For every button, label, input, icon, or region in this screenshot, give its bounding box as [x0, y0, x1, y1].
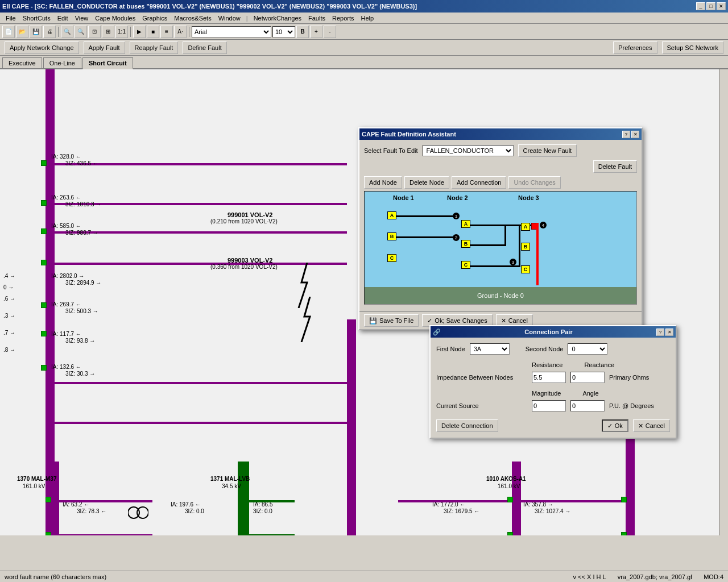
transformer-1: [128, 506, 148, 519]
bus-1010-kv: 161.0 kV: [498, 483, 520, 489]
status-coords: v << X I H L: [573, 573, 606, 580]
minimize-button[interactable]: _: [696, 2, 705, 10]
apply-fault-button[interactable]: Apply Fault: [84, 41, 125, 54]
second-node-label: Second Node: [526, 346, 564, 352]
new-button[interactable]: 📄: [2, 26, 15, 38]
add-node-button[interactable]: Add Node: [364, 176, 402, 189]
preferences-button[interactable]: Preferences: [613, 41, 657, 54]
save-button[interactable]: 💾: [30, 26, 42, 38]
status-hint: word fault name (60 characters max): [5, 573, 106, 580]
print-button[interactable]: 🖨: [43, 26, 56, 38]
run-button[interactable]: ▶: [133, 26, 146, 38]
bold-button[interactable]: B: [296, 26, 309, 38]
meas-1b: 3IZ: 436.5 ←: [65, 160, 98, 167]
open-button[interactable]: 📂: [16, 26, 28, 38]
first-node-select[interactable]: 3A: [470, 343, 510, 355]
bus-sq-2: [41, 200, 47, 206]
tab-one-line[interactable]: One-Line: [43, 57, 81, 68]
delete-node-button[interactable]: Delete Node: [404, 176, 449, 189]
menu-help[interactable]: Help: [358, 14, 378, 22]
impedance-value-row: Impedance Between Nodes Primary Ohms: [436, 372, 670, 383]
font-size-select[interactable]: 10: [272, 26, 295, 38]
impedance-header-row: Resistance Reactance: [436, 361, 670, 368]
action-bar: Apply Network Change Apply Fault Reapply…: [0, 40, 728, 56]
tab-short-circuit[interactable]: Short Circuit: [82, 57, 133, 69]
create-new-fault-button[interactable]: Create New Fault: [518, 144, 577, 157]
meas-4b: 3IZ: 2894.9 →: [65, 280, 101, 286]
bus-sq-b6: [621, 532, 627, 535]
conn-dialog-help[interactable]: ?: [656, 329, 664, 336]
second-node-select[interactable]: 0: [568, 343, 607, 355]
cancel-button-conn[interactable]: ✕ Cancel: [633, 419, 670, 432]
menu-edit[interactable]: Edit: [54, 14, 72, 22]
zoom-select-button[interactable]: ⊞: [102, 26, 114, 38]
fault-dialog-title[interactable]: CAPE Fault Definition Assistant ? ✕: [359, 128, 642, 140]
increase-button[interactable]: +: [310, 26, 322, 38]
node1-B-box: B: [387, 232, 396, 240]
fault-dialog-close[interactable]: ✕: [631, 131, 639, 138]
bus-label-2: 999003 VOL-V2: [228, 257, 273, 264]
maximize-button[interactable]: □: [706, 2, 715, 10]
menu-faults[interactable]: Faults: [305, 14, 329, 22]
conn-dialog-close[interactable]: ✕: [665, 329, 673, 336]
zoom-out-button[interactable]: 🔍: [75, 26, 87, 38]
delete-connection-button[interactable]: Delete Connection: [436, 419, 498, 432]
list-button[interactable]: ≡: [160, 26, 173, 38]
angle-input[interactable]: [570, 400, 605, 411]
save-to-file-button[interactable]: 💾 Save To File: [364, 314, 419, 327]
bus-sq-7: [41, 365, 47, 371]
bus-sq-b4: [507, 532, 513, 535]
define-fault-button[interactable]: Define Fault: [183, 41, 226, 54]
add-connection-button[interactable]: Add Connection: [452, 176, 506, 189]
bus-sublabel-1: (0.210 from 1020 VOL-V2): [210, 218, 278, 225]
conn-2b-step: [470, 244, 504, 246]
close-button[interactable]: ✕: [717, 2, 726, 10]
menu-cape-modules[interactable]: Cape Modules: [92, 14, 139, 22]
zoom-actual-button[interactable]: 1:1: [115, 26, 128, 38]
magnitude-input[interactable]: [532, 400, 566, 411]
menu-file[interactable]: File: [2, 14, 19, 22]
node1-title: Node 1: [393, 194, 414, 201]
conn-step-v1: [504, 225, 506, 246]
bus-sq-3: [41, 228, 47, 234]
setup-sc-network-button[interactable]: Setup SC Network: [662, 41, 723, 54]
decrease-button[interactable]: -: [324, 26, 336, 38]
font-select[interactable]: Arial: [192, 26, 271, 38]
menu-view[interactable]: View: [72, 14, 92, 22]
stop-button[interactable]: ■: [147, 26, 159, 38]
left-meas-3: .6 →: [3, 296, 15, 302]
fault-dialog-help[interactable]: ?: [622, 131, 630, 138]
zoom-fit-button[interactable]: ⊡: [88, 26, 101, 38]
zoom-in-button[interactable]: 🔍: [61, 26, 73, 38]
reactance-input[interactable]: [570, 372, 605, 383]
undo-changes-button[interactable]: Undo Changes: [508, 176, 560, 189]
menu-graphics[interactable]: Graphics: [139, 14, 171, 22]
magnitude-label: Magnitude: [532, 390, 561, 397]
apply-network-change-button[interactable]: Apply Network Change: [5, 41, 79, 54]
ok-button-conn[interactable]: ✓ Ok: [602, 419, 628, 432]
bus-sq-b5: [621, 497, 627, 502]
fault-type-select[interactable]: FALLEN_CONDUCTOR: [423, 145, 514, 156]
x-icon: ✕: [501, 317, 506, 325]
node1-A-box: A: [387, 211, 396, 219]
resistance-input[interactable]: [532, 372, 566, 383]
current-value-row: Current Source P.U. @ Degrees: [436, 400, 670, 411]
text-button[interactable]: A·: [174, 26, 187, 38]
menu-macros[interactable]: Macros&Sets: [171, 14, 214, 22]
tab-bar: Executive One-Line Short Circuit: [0, 56, 728, 69]
scrollbar-vertical[interactable]: [719, 69, 728, 535]
delete-fault-button[interactable]: Delete Fault: [593, 160, 637, 173]
meas-6b: 3IZ: 93.8 →: [65, 338, 95, 344]
reapply-fault-button[interactable]: Reapply Fault: [130, 41, 179, 54]
b1370-m2: 3IZ: 78.3 ←: [77, 508, 106, 514]
node-select-row: First Node 3A Second Node 0: [436, 343, 670, 355]
menu-reports[interactable]: Reports: [329, 14, 358, 22]
menu-shortcuts[interactable]: ShortCuts: [19, 14, 54, 22]
tab-executive[interactable]: Executive: [2, 57, 42, 68]
bus-1370-name: 1370 MAL-M37: [17, 476, 56, 482]
b1371-m2: 3IZ: 0.0: [185, 508, 204, 514]
conn-dialog-title[interactable]: 🔗 Connection Pair ? ✕: [431, 326, 676, 338]
resistance-label: Resistance: [532, 361, 562, 368]
menu-window[interactable]: Window: [215, 14, 244, 22]
menu-networkchanges[interactable]: NetworkChanges: [250, 14, 305, 22]
